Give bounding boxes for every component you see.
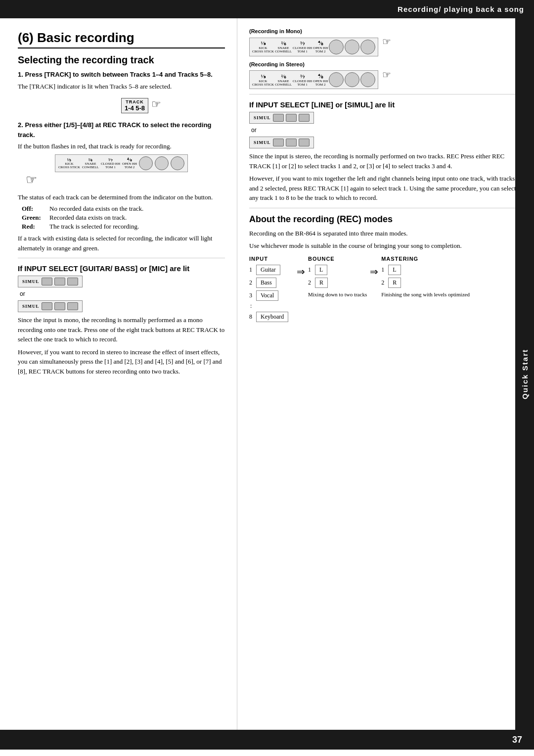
input-row-3: 3 Vocal [249, 289, 294, 302]
status-green-text: Recorded data exists on track. [49, 214, 127, 222]
section2-title: If INPUT SELECT [GUITAR/ BASS] or [MIC] … [18, 264, 225, 273]
or-label-1: or [20, 290, 223, 297]
rec-stereo-circle3 [360, 72, 375, 87]
bounce-box-l: L [315, 265, 327, 275]
simul-buttons-line: SIMUL or SIMUL [249, 112, 524, 148]
input-row-2: 2 Bass [249, 277, 294, 289]
simul-box-2: SIMUL [18, 300, 83, 312]
status-green: Green: Recorded data exists on track. [22, 214, 225, 222]
rec-stereo-num1: ¹⁄₃ [261, 73, 266, 80]
simul-line-box-1: SIMUL [249, 112, 314, 124]
col-bounce-header: BOUNCE [308, 256, 367, 262]
simul-row-1: SIMUL [18, 276, 225, 287]
rec-mono-btn4: ⁴⁄₈ OPEN HHTOM 2 [313, 40, 328, 53]
divider-1 [18, 258, 225, 258]
input-row-8: 8 Keyboard [249, 311, 294, 323]
simul-row-2: SIMUL [18, 300, 225, 312]
input-num-3: 3 [249, 292, 252, 299]
main-container: (6) Basic recording Selecting the record… [0, 18, 534, 730]
status-off-label: Off: [22, 205, 45, 213]
mastering-box-r: R [388, 278, 401, 288]
footer-page-number: 37 [512, 735, 522, 745]
status-warning-text: If a track with existing data is selecte… [18, 234, 225, 253]
chapter-title: (6) Basic recording [18, 30, 225, 48]
status-red-label: Red: [22, 223, 45, 231]
simul-btn-a [42, 278, 52, 285]
track-indicator-nums: 1-4 5-8 [125, 104, 145, 112]
step2-desc: If the button flashes in red, that track… [18, 142, 225, 151]
input-num-2: 2 [249, 279, 252, 286]
quick-start-label: Quick Start [521, 349, 529, 399]
simul-btn-d [42, 302, 52, 310]
col-input: INPUT 1 Guitar 2 Bass 3 Vocal [249, 256, 294, 323]
mastering-row-2: 2 R [381, 277, 470, 289]
track-btn-2: ²⁄₆ SNARECOWBELL [82, 157, 99, 169]
mastering-box-l: L [388, 265, 400, 275]
rec-mono-hand: ☞ [382, 36, 391, 47]
simul-btn-e [54, 302, 65, 310]
mastering-num-1: 1 [381, 266, 384, 274]
circle-btn-1 [139, 156, 153, 170]
track-status-intro: The status of each track can be determin… [18, 192, 225, 202]
circle-btn-3 [171, 156, 184, 170]
simul-line-label-2: SIMUL [254, 140, 271, 145]
simul-btn-f [67, 302, 78, 310]
section3-title: If INPUT SELECT [LINE] or [SIMUL] are li… [249, 100, 524, 109]
simul-line-box-2: SIMUL [249, 137, 314, 148]
input-row-1: 1 Guitar [249, 264, 294, 276]
rec-mono-sub2: SNARECOWBELL [275, 47, 292, 53]
section3-desc2: However, if you want to mix together the… [249, 174, 524, 203]
simul-line-btn-d [273, 139, 284, 146]
or-label-2: or [251, 127, 522, 134]
track-indicator-label: TRACK [125, 99, 145, 104]
input-box-guitar: Guitar [256, 265, 280, 275]
step-2: 2. Press either [1/5]–[4/8] at REC TRACK… [18, 120, 225, 188]
rec-modes-table: INPUT 1 Guitar 2 Bass 3 Vocal [249, 256, 524, 323]
status-off-text: No recorded data exists on the track. [49, 205, 143, 213]
step2-label: 2. Press either [1/5]–[4/8] at REC TRACK… [18, 120, 225, 140]
bounce-items-list: 1 L 2 R [308, 264, 367, 289]
circle-btn-2 [155, 156, 169, 170]
input-dots: : [249, 302, 252, 310]
simul-line-btn-e [286, 139, 297, 146]
rec-mono-circle2 [345, 40, 359, 54]
arrow-2: ⇒ [367, 266, 381, 278]
input-box-bass: Bass [256, 278, 276, 288]
rec-mono-section: (Recording in Mono) ¹⁄₃ KICKCROSS STICK … [249, 28, 524, 56]
rec-mono-title: (Recording in Mono) [249, 28, 524, 34]
track-btn-3: ³⁄₇ CLOSED HHTOM 1 [101, 157, 120, 169]
step1-label: 1. Press [TRACK] to switch between Track… [18, 70, 225, 80]
section4-desc1: Recording on the BR-864 is separated int… [249, 229, 524, 238]
status-green-label: Green: [22, 214, 45, 222]
rec-mono-sub4: OPEN HHTOM 2 [313, 47, 328, 53]
input-row-dots: : [249, 302, 294, 310]
section2-desc1: Since the input is mono, the recording i… [18, 315, 225, 344]
divider-right-2 [249, 208, 524, 208]
section4-desc2: Use whichever mode is suitable in the co… [249, 241, 524, 251]
section4-title: About the recording (REC) modes [249, 214, 524, 225]
bounce-row-2: 2 R [308, 277, 367, 289]
rec-stereo-hand: ☞ [382, 69, 391, 80]
track-indicator-image: TRACK 1-4 5-8 ☞ [33, 95, 225, 115]
rec-stereo-circle1 [329, 72, 344, 87]
arrow-1: ⇒ [294, 266, 308, 278]
simul-btn-b [54, 278, 65, 285]
quick-start-tab: Quick Start [515, 18, 534, 730]
col-bounce: BOUNCE 1 L 2 R Mixing down to two tracks [308, 256, 367, 298]
bounce-num-1: 1 [308, 266, 311, 274]
bounce-box-r: R [315, 278, 328, 288]
simul-label-2: SIMUL [22, 304, 40, 309]
rec-stereo-sub3: CLOSED HHTOM 1 [293, 80, 312, 87]
simul-line-btn-b [286, 114, 297, 122]
footer-bar: 37 [0, 730, 534, 750]
rec-stereo-num3: ³⁄₇ [300, 73, 305, 80]
bounce-num-2: 2 [308, 279, 311, 286]
mastering-note: Finishing the song with levels optimized [381, 291, 470, 298]
header-bar: Recording/ playing back a song [0, 0, 534, 18]
status-off: Off: No recorded data exists on the trac… [22, 205, 225, 213]
rec-stereo-sub2: SNARECOWBELL [275, 80, 292, 87]
input-num-1: 1 [249, 266, 252, 274]
rec-stereo-sub1: KICKCROSS STICK [252, 80, 274, 87]
simul-label-1: SIMUL [22, 279, 40, 284]
rec-stereo-circle2 [345, 72, 359, 87]
